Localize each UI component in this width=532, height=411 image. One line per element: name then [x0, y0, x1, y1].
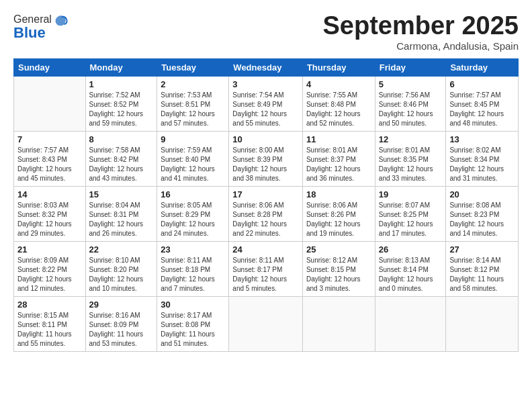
- day-number: 10: [232, 134, 299, 144]
- calendar-week-row: 21Sunrise: 8:09 AM Sunset: 8:22 PM Dayli…: [14, 241, 519, 296]
- calendar-cell: 3Sunrise: 7:54 AM Sunset: 8:49 PM Daylig…: [229, 76, 303, 131]
- calendar-cell: 9Sunrise: 7:59 AM Sunset: 8:40 PM Daylig…: [157, 131, 229, 186]
- day-number: 16: [161, 189, 225, 199]
- day-number: 4: [306, 79, 371, 89]
- day-number: 15: [89, 189, 154, 199]
- day-info: Sunrise: 8:17 AM Sunset: 8:08 PM Dayligh…: [161, 311, 225, 349]
- calendar-cell: 5Sunrise: 7:56 AM Sunset: 8:46 PM Daylig…: [375, 76, 446, 131]
- calendar-cell: 6Sunrise: 7:57 AM Sunset: 8:45 PM Daylig…: [446, 76, 519, 131]
- calendar-cell: 4Sunrise: 7:55 AM Sunset: 8:48 PM Daylig…: [302, 76, 375, 131]
- day-number: 14: [17, 189, 82, 199]
- calendar-cell: [375, 296, 446, 351]
- calendar-cell: 23Sunrise: 8:11 AM Sunset: 8:18 PM Dayli…: [157, 241, 229, 296]
- day-info: Sunrise: 8:08 AM Sunset: 8:23 PM Dayligh…: [449, 201, 515, 238]
- calendar-cell: 7Sunrise: 7:57 AM Sunset: 8:43 PM Daylig…: [14, 131, 86, 186]
- day-number: 24: [232, 244, 299, 255]
- calendar-cell: 14Sunrise: 8:03 AM Sunset: 8:32 PM Dayli…: [14, 186, 86, 241]
- day-info: Sunrise: 7:55 AM Sunset: 8:48 PM Dayligh…: [306, 91, 371, 128]
- day-info: Sunrise: 8:12 AM Sunset: 8:15 PM Dayligh…: [306, 256, 371, 293]
- day-number: 28: [17, 300, 82, 310]
- day-number: 6: [449, 79, 515, 89]
- weekday-header-friday: Friday: [375, 58, 446, 76]
- day-number: 26: [379, 244, 443, 255]
- weekday-header-row: SundayMondayTuesdayWednesdayThursdayFrid…: [14, 58, 519, 76]
- calendar-cell: 10Sunrise: 8:00 AM Sunset: 8:39 PM Dayli…: [229, 131, 303, 186]
- day-number: 23: [161, 244, 225, 255]
- day-info: Sunrise: 8:15 AM Sunset: 8:11 PM Dayligh…: [17, 311, 82, 349]
- weekday-header-saturday: Saturday: [446, 58, 519, 76]
- day-number: 9: [161, 134, 225, 144]
- page: General Blue September 2025 Carmona, And…: [0, 0, 532, 411]
- day-info: Sunrise: 7:52 AM Sunset: 8:52 PM Dayligh…: [89, 91, 154, 128]
- day-info: Sunrise: 7:57 AM Sunset: 8:43 PM Dayligh…: [17, 146, 82, 183]
- calendar-cell: [229, 296, 303, 351]
- day-info: Sunrise: 8:05 AM Sunset: 8:29 PM Dayligh…: [161, 201, 225, 238]
- calendar-week-row: 28Sunrise: 8:15 AM Sunset: 8:11 PM Dayli…: [14, 296, 519, 351]
- day-info: Sunrise: 7:58 AM Sunset: 8:42 PM Dayligh…: [89, 146, 154, 183]
- calendar-cell: 25Sunrise: 8:12 AM Sunset: 8:15 PM Dayli…: [302, 241, 375, 296]
- day-number: 5: [379, 79, 443, 89]
- day-number: 29: [89, 300, 154, 310]
- day-info: Sunrise: 8:02 AM Sunset: 8:34 PM Dayligh…: [449, 146, 515, 183]
- calendar-cell: [14, 76, 86, 131]
- header: General Blue September 2025 Carmona, And…: [13, 12, 519, 52]
- logo-icon: [53, 12, 68, 27]
- calendar-cell: 17Sunrise: 8:06 AM Sunset: 8:28 PM Dayli…: [229, 186, 303, 241]
- calendar-cell: 28Sunrise: 8:15 AM Sunset: 8:11 PM Dayli…: [14, 296, 86, 351]
- day-info: Sunrise: 7:56 AM Sunset: 8:46 PM Dayligh…: [379, 91, 443, 128]
- day-info: Sunrise: 8:16 AM Sunset: 8:09 PM Dayligh…: [89, 311, 154, 349]
- day-number: 11: [306, 134, 371, 144]
- day-number: 22: [89, 244, 154, 255]
- day-info: Sunrise: 8:00 AM Sunset: 8:39 PM Dayligh…: [232, 146, 299, 183]
- weekday-header-wednesday: Wednesday: [229, 58, 303, 76]
- calendar-cell: 16Sunrise: 8:05 AM Sunset: 8:29 PM Dayli…: [157, 186, 229, 241]
- calendar-cell: [446, 296, 519, 351]
- day-info: Sunrise: 8:01 AM Sunset: 8:35 PM Dayligh…: [379, 146, 443, 183]
- day-number: 13: [449, 134, 515, 144]
- calendar-table: SundayMondayTuesdayWednesdayThursdayFrid…: [13, 58, 519, 352]
- day-info: Sunrise: 7:54 AM Sunset: 8:49 PM Dayligh…: [232, 91, 299, 128]
- month-title: September 2025: [323, 12, 519, 40]
- day-number: 1: [89, 79, 154, 89]
- calendar-cell: 12Sunrise: 8:01 AM Sunset: 8:35 PM Dayli…: [375, 131, 446, 186]
- weekday-header-monday: Monday: [85, 58, 157, 76]
- day-info: Sunrise: 7:57 AM Sunset: 8:45 PM Dayligh…: [449, 91, 515, 128]
- calendar-cell: 29Sunrise: 8:16 AM Sunset: 8:09 PM Dayli…: [85, 296, 157, 351]
- day-info: Sunrise: 8:11 AM Sunset: 8:17 PM Dayligh…: [232, 256, 299, 293]
- day-number: 2: [161, 79, 225, 89]
- day-number: 30: [161, 300, 225, 310]
- day-number: 20: [449, 189, 515, 199]
- calendar-cell: 24Sunrise: 8:11 AM Sunset: 8:17 PM Dayli…: [229, 241, 303, 296]
- calendar-cell: 26Sunrise: 8:13 AM Sunset: 8:14 PM Dayli…: [375, 241, 446, 296]
- day-number: 21: [17, 244, 82, 255]
- calendar-cell: [302, 296, 375, 351]
- calendar-cell: 15Sunrise: 8:04 AM Sunset: 8:31 PM Dayli…: [85, 186, 157, 241]
- calendar-cell: 22Sunrise: 8:10 AM Sunset: 8:20 PM Dayli…: [85, 241, 157, 296]
- calendar-cell: 18Sunrise: 8:06 AM Sunset: 8:26 PM Dayli…: [302, 186, 375, 241]
- calendar-cell: 21Sunrise: 8:09 AM Sunset: 8:22 PM Dayli…: [14, 241, 86, 296]
- day-info: Sunrise: 8:13 AM Sunset: 8:14 PM Dayligh…: [379, 256, 443, 293]
- calendar-week-row: 1Sunrise: 7:52 AM Sunset: 8:52 PM Daylig…: [14, 76, 519, 131]
- title-block: September 2025 Carmona, Andalusia, Spain: [323, 12, 519, 52]
- day-info: Sunrise: 8:03 AM Sunset: 8:32 PM Dayligh…: [17, 201, 82, 238]
- day-info: Sunrise: 8:14 AM Sunset: 8:12 PM Dayligh…: [449, 256, 515, 293]
- day-info: Sunrise: 8:06 AM Sunset: 8:26 PM Dayligh…: [306, 201, 371, 238]
- day-info: Sunrise: 8:06 AM Sunset: 8:28 PM Dayligh…: [232, 201, 299, 238]
- day-info: Sunrise: 7:59 AM Sunset: 8:40 PM Dayligh…: [161, 146, 225, 183]
- day-info: Sunrise: 7:53 AM Sunset: 8:51 PM Dayligh…: [161, 91, 225, 128]
- day-number: 8: [89, 134, 154, 144]
- calendar-cell: 30Sunrise: 8:17 AM Sunset: 8:08 PM Dayli…: [157, 296, 229, 351]
- day-number: 12: [379, 134, 443, 144]
- calendar-cell: 11Sunrise: 8:01 AM Sunset: 8:37 PM Dayli…: [302, 131, 375, 186]
- day-number: 17: [232, 189, 299, 199]
- calendar-cell: 20Sunrise: 8:08 AM Sunset: 8:23 PM Dayli…: [446, 186, 519, 241]
- calendar-cell: 19Sunrise: 8:07 AM Sunset: 8:25 PM Dayli…: [375, 186, 446, 241]
- calendar-cell: 2Sunrise: 7:53 AM Sunset: 8:51 PM Daylig…: [157, 76, 229, 131]
- day-info: Sunrise: 8:07 AM Sunset: 8:25 PM Dayligh…: [379, 201, 443, 238]
- calendar-week-row: 7Sunrise: 7:57 AM Sunset: 8:43 PM Daylig…: [14, 131, 519, 186]
- calendar-cell: 8Sunrise: 7:58 AM Sunset: 8:42 PM Daylig…: [85, 131, 157, 186]
- day-info: Sunrise: 8:09 AM Sunset: 8:22 PM Dayligh…: [17, 256, 82, 293]
- weekday-header-sunday: Sunday: [14, 58, 86, 76]
- day-number: 7: [17, 134, 82, 144]
- calendar-cell: 13Sunrise: 8:02 AM Sunset: 8:34 PM Dayli…: [446, 131, 519, 186]
